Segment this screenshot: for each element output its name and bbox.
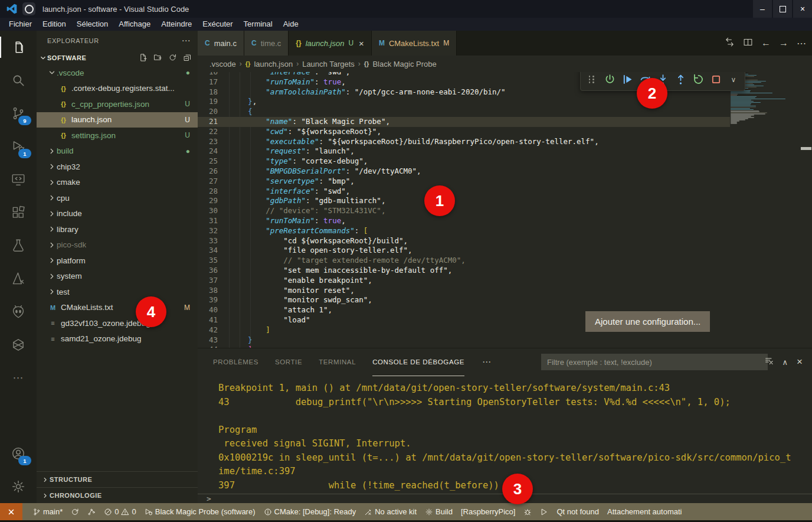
line-number[interactable]: 33 <box>198 236 218 246</box>
editor-action-split[interactable] <box>743 37 753 50</box>
tree-item-samd21-ozone-jdebug[interactable]: ≡samd21_ozone.jdebug <box>37 331 198 347</box>
line-number[interactable]: 39 <box>198 295 218 305</box>
panel-action-close[interactable]: × <box>797 356 803 368</box>
debug-continue-button[interactable] <box>620 72 635 88</box>
status-item-cmake-status[interactable]: CMake: [Debug]: Ready <box>264 507 356 516</box>
recorder-icon[interactable] <box>22 2 35 15</box>
line-number[interactable]: 22 <box>198 127 218 137</box>
line-number[interactable]: 16 <box>198 72 218 77</box>
tree-item-pico-sdk[interactable]: pico-sdk <box>37 237 198 253</box>
debug-restart-button[interactable] <box>690 72 706 88</box>
editor-scrollbar[interactable] <box>801 147 811 150</box>
tree-item-build[interactable]: build● <box>37 143 198 159</box>
tree-item-platform[interactable]: platform <box>37 253 198 269</box>
activity-memory-view[interactable] <box>0 328 37 361</box>
tree-item-launch-json[interactable]: {}launch.jsonU <box>37 112 198 128</box>
close-button[interactable]: × <box>793 0 812 18</box>
line-number[interactable]: 28 <box>198 187 218 197</box>
status-item-git-graph[interactable] <box>87 508 96 516</box>
menu-exécuter[interactable]: Exécuter <box>197 18 238 31</box>
status-item-auto-attach[interactable]: Attachement automati <box>607 507 682 516</box>
menu-atteindre[interactable]: Atteindre <box>156 18 197 31</box>
section-structure[interactable]: STRUCTURE <box>37 471 198 487</box>
menu-sélection[interactable]: Sélection <box>71 18 113 31</box>
close-icon[interactable]: × <box>359 38 364 48</box>
status-item-target[interactable]: [RaspberryPico] <box>461 507 515 516</box>
tab-launch-json[interactable]: {}launch.jsonU× <box>289 31 372 56</box>
menu-edition[interactable]: Edition <box>37 18 71 31</box>
code-editor[interactable]: 16 "interface": "swd",17 "runToMain": tr… <box>198 72 730 348</box>
line-number[interactable]: 21 <box>198 117 218 127</box>
status-item-debug-target[interactable] <box>523 508 532 516</box>
line-number[interactable]: 32 <box>198 226 218 236</box>
maximize-button[interactable] <box>773 0 792 18</box>
panel-tab-problèmes[interactable]: PROBLÈMES <box>213 348 258 376</box>
editor-action-compare[interactable] <box>725 37 735 50</box>
status-item-kit[interactable]: No active kit <box>364 507 417 516</box>
action-new-folder[interactable] <box>153 53 162 63</box>
tree-item-gd32vf103-ozone-jdebug[interactable]: ≡gd32vf103_ozone.jdebug <box>37 315 198 331</box>
line-number[interactable]: 34 <box>198 246 218 256</box>
tree-item-library[interactable]: library <box>37 221 198 237</box>
tree-item--cortex-debug-registers-stat-[interactable]: {}.cortex-debug.registers.stat... <box>37 81 198 97</box>
menu-terminal[interactable]: Terminal <box>238 18 278 31</box>
action-new-file[interactable] <box>139 53 148 63</box>
breadcrumb-item[interactable]: launch.json <box>254 60 293 68</box>
line-number[interactable]: 17 <box>198 77 218 87</box>
menu-aide[interactable]: Aide <box>278 18 304 31</box>
status-item-launch-target[interactable] <box>540 508 548 516</box>
panel-action-collapse[interactable]: ∧ <box>782 358 788 367</box>
section-chronologie[interactable]: CHRONOLOGIE <box>37 487 198 503</box>
tree-item-cpu[interactable]: cpu <box>37 190 198 206</box>
activity-settings[interactable] <box>0 470 37 503</box>
minimize-button[interactable]: – <box>753 0 772 18</box>
line-number[interactable]: 40 <box>198 305 218 315</box>
line-number[interactable]: 31 <box>198 216 218 226</box>
tree-item-chip32[interactable]: chip32 <box>37 159 198 175</box>
line-number[interactable]: 25 <box>198 156 218 167</box>
line-number[interactable]: 20 <box>198 107 218 117</box>
editor-action-more[interactable]: ⋯ <box>797 38 806 49</box>
line-number[interactable]: 37 <box>198 276 218 286</box>
line-number[interactable]: 42 <box>198 325 218 335</box>
menu-affichage[interactable]: Affichage <box>113 18 156 31</box>
line-number[interactable]: 30 <box>198 206 218 216</box>
debug-toolbar-grip[interactable] <box>584 72 600 88</box>
debug-step-out-button[interactable] <box>673 72 688 88</box>
status-item-qt[interactable]: Qt not found <box>556 507 599 516</box>
line-number[interactable]: 38 <box>198 286 218 296</box>
panel-tab-console-de-débogage[interactable]: CONSOLE DE DÉBOGAGE <box>372 348 464 376</box>
debug-stop-button[interactable] <box>708 72 723 88</box>
tree-item-test[interactable]: test <box>37 284 198 300</box>
line-number[interactable]: 35 <box>198 256 218 266</box>
line-number[interactable]: 27 <box>198 177 218 187</box>
editor-action-back[interactable]: ← <box>761 38 771 48</box>
action-refresh[interactable] <box>168 53 177 63</box>
line-number[interactable]: 43 <box>198 335 218 345</box>
status-item-git-branch[interactable]: main* <box>32 507 63 516</box>
line-number[interactable]: 36 <box>198 266 218 276</box>
panel-tab-sortie[interactable]: SORTIE <box>275 348 302 376</box>
status-item-build[interactable]: Build <box>425 507 453 516</box>
debug-power-button[interactable] <box>602 72 617 88</box>
status-item-debug-config[interactable]: Black Magic Probe (software) <box>145 507 256 516</box>
tree-item-c-cpp-properties-json[interactable]: {}c_cpp_properties.jsonU <box>37 96 198 112</box>
tree-item-include[interactable]: include <box>37 206 198 222</box>
menu-fichier[interactable]: Fichier <box>4 18 37 31</box>
tree-item--vscode[interactable]: .vscode● <box>37 65 198 81</box>
tree-item-system[interactable]: system <box>37 269 198 285</box>
section-software[interactable]: SOFTWARE <box>37 51 198 65</box>
status-item-problems[interactable]: 00 <box>104 507 136 516</box>
line-number[interactable]: 29 <box>198 196 218 206</box>
line-number[interactable]: 41 <box>198 315 218 325</box>
line-number[interactable]: 23 <box>198 137 218 147</box>
breadcrumb-item[interactable]: Black Magic Probe <box>372 60 436 68</box>
activity-more-views[interactable]: ⋯ <box>0 361 37 394</box>
tree-item-settings-json[interactable]: {}settings.jsonU <box>37 128 198 143</box>
debug-filter-input[interactable] <box>541 354 768 370</box>
debug-chevron-button[interactable]: ∨ <box>726 72 741 88</box>
activity-extensions[interactable] <box>0 196 37 229</box>
action-collapse-all[interactable] <box>183 53 192 63</box>
line-number[interactable]: 19 <box>198 97 218 107</box>
activity-cmake[interactable] <box>0 262 37 295</box>
